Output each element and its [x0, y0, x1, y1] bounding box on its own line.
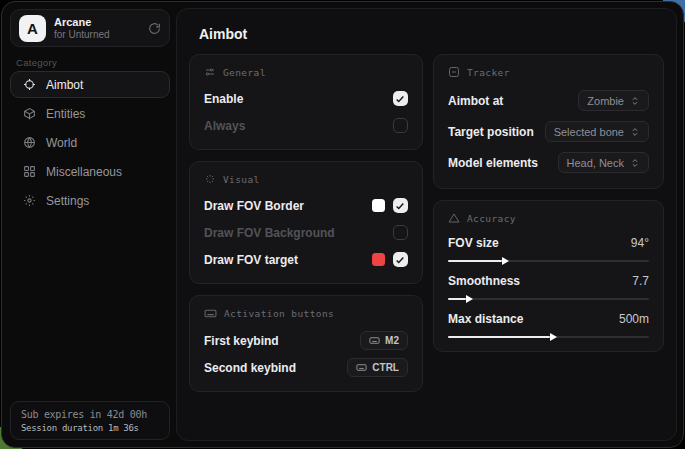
arcane-menu-window: A Arcane for Unturned Category Aimbot: [1, 1, 684, 448]
fov-size-slider-group: FOV size 94°: [448, 234, 649, 262]
triangle-icon: [448, 212, 460, 224]
globe-icon: [23, 136, 36, 149]
model-elements-dropdown[interactable]: Head, Neck: [558, 152, 649, 173]
sidebar-item-entities[interactable]: Entities: [10, 100, 170, 127]
setting-label: Second keybind: [204, 361, 296, 375]
fov-target-color-swatch[interactable]: [372, 253, 385, 266]
slider-fill: [448, 336, 551, 338]
sidebar-nav: Aimbot Entities World Miscellaneous: [10, 71, 170, 216]
keyboard-icon: [369, 335, 380, 346]
setting-row: First keybind M2: [204, 330, 408, 351]
sub-expiry-text: Sub expires in 42d 00h: [21, 409, 159, 420]
crosshair-icon: [23, 78, 36, 91]
activation-header: Activation buttons: [204, 307, 408, 320]
accuracy-card: Accuracy FOV size 94° Smoothness: [433, 200, 664, 352]
target-position-dropdown[interactable]: Selected bone: [545, 121, 649, 142]
setting-row: Second keybind CTRL: [204, 357, 408, 378]
box-minus-icon: [448, 66, 460, 78]
fov-border-color-swatch[interactable]: [372, 199, 385, 212]
logo-text: Arcane for Unturned: [54, 16, 148, 41]
setting-label: Model elements: [448, 156, 538, 170]
max-distance-slider[interactable]: [448, 336, 649, 338]
slider-value: 94°: [631, 236, 649, 250]
setting-label: Always: [204, 119, 245, 133]
keyboard-icon: [204, 307, 217, 320]
section-label: Tracker: [467, 67, 510, 78]
smoothness-slider-group: Smoothness 7.7: [448, 272, 649, 300]
second-keybind-button[interactable]: CTRL: [347, 358, 408, 377]
chevron-up-down-icon: [630, 158, 640, 168]
subscription-status-card: Sub expires in 42d 00h Session duration …: [10, 401, 170, 440]
setting-row: Always: [204, 115, 408, 136]
sparkle-icon: [204, 173, 216, 185]
accuracy-header: Accuracy: [448, 212, 649, 224]
sidebar-item-label: Aimbot: [46, 78, 83, 92]
sidebar-item-label: Miscellaneous: [46, 165, 122, 179]
general-card: General Enable Always: [189, 54, 423, 150]
sidebar-item-settings[interactable]: Settings: [10, 187, 170, 214]
sidebar-item-label: Settings: [46, 194, 89, 208]
setting-row: Aimbot at Zombie: [448, 88, 649, 113]
slider-label: Smoothness: [448, 274, 520, 288]
tracker-header: Tracker: [448, 66, 649, 78]
setting-row: Draw FOV Background: [204, 222, 408, 243]
slider-label: FOV size: [448, 236, 499, 250]
activation-card: Activation buttons First keybind M2 Seco…: [189, 295, 423, 392]
max-distance-slider-group: Max distance 500m: [448, 310, 649, 338]
setting-label: Enable: [204, 92, 243, 106]
smoothness-slider[interactable]: [448, 298, 649, 300]
dropdown-value: Head, Neck: [567, 157, 624, 169]
sidebar-item-label: World: [46, 136, 77, 150]
category-label: Category: [16, 57, 57, 68]
sidebar-item-label: Entities: [46, 107, 85, 121]
slider-fill: [448, 260, 502, 262]
sidebar-item-aimbot[interactable]: Aimbot: [10, 71, 170, 98]
chevron-up-down-icon: [630, 127, 640, 137]
slider-fill: [448, 298, 466, 300]
grid-icon: [23, 165, 36, 178]
enable-checkbox[interactable]: [393, 91, 408, 106]
section-label: Accuracy: [467, 213, 516, 224]
setting-label: Target position: [448, 125, 534, 139]
setting-label: Aimbot at: [448, 94, 503, 108]
arcane-logo: A: [19, 15, 46, 42]
setting-label: Draw FOV Background: [204, 226, 335, 240]
setting-row: Target position Selected bone: [448, 119, 649, 144]
logo-card: A Arcane for Unturned: [10, 9, 170, 47]
always-checkbox[interactable]: [393, 118, 408, 133]
app-subtitle: for Unturned: [54, 29, 148, 41]
sliders-icon: [204, 66, 216, 78]
slider-value: 500m: [619, 312, 649, 326]
tracker-card: Tracker Aimbot at Zombie Target position: [433, 54, 664, 189]
fov-border-checkbox[interactable]: [393, 198, 408, 213]
fov-background-checkbox[interactable]: [393, 225, 408, 240]
sidebar-item-miscellaneous[interactable]: Miscellaneous: [10, 158, 170, 185]
slider-label: Max distance: [448, 312, 523, 326]
setting-row: Enable: [204, 88, 408, 109]
keyboard-icon: [356, 362, 367, 373]
session-duration-text: Session duration 1m 36s: [21, 423, 159, 433]
sidebar: A Arcane for Unturned Category Aimbot: [2, 2, 176, 447]
visual-card: Visual Draw FOV Border Draw FOV Backgrou…: [189, 161, 423, 284]
fov-target-checkbox[interactable]: [393, 252, 408, 267]
keybind-value: CTRL: [372, 362, 399, 373]
slider-value: 7.7: [632, 274, 649, 288]
setting-label: Draw FOV Border: [204, 199, 304, 213]
visual-header: Visual: [204, 173, 408, 185]
sync-icon[interactable]: [148, 22, 161, 35]
fov-size-slider[interactable]: [448, 260, 649, 262]
gear-icon: [23, 194, 36, 207]
setting-label: First keybind: [204, 334, 279, 348]
setting-row: Draw FOV Border: [204, 195, 408, 216]
chevron-up-down-icon: [630, 96, 640, 106]
aimbot-at-dropdown[interactable]: Zombie: [578, 90, 649, 111]
setting-row: Model elements Head, Neck: [448, 150, 649, 175]
setting-label: Draw FOV target: [204, 253, 298, 267]
sidebar-item-world[interactable]: World: [10, 129, 170, 156]
general-header: General: [204, 66, 408, 78]
first-keybind-button[interactable]: M2: [360, 331, 408, 350]
app-title: Arcane: [54, 16, 148, 29]
setting-row: Draw FOV target: [204, 249, 408, 270]
section-label: Activation buttons: [224, 308, 334, 319]
page-title: Aimbot: [199, 26, 666, 42]
